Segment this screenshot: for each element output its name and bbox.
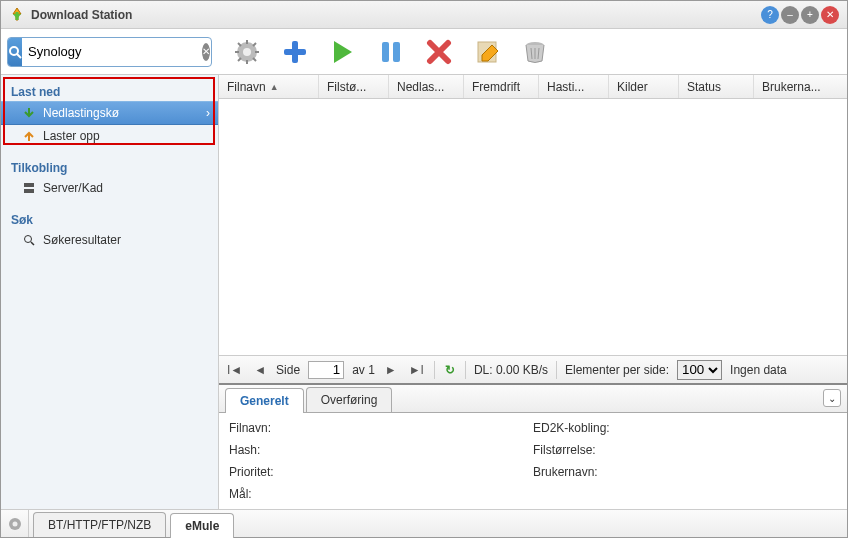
- collapse-details-button[interactable]: ⌄: [823, 389, 841, 407]
- col-username[interactable]: Brukerna...: [754, 75, 847, 98]
- sidebar-item-label: Søkeresultater: [43, 233, 121, 247]
- detail-filesize-label: Filstørrelse:: [533, 443, 837, 457]
- search-results-icon: [23, 234, 37, 246]
- search-box: ✕: [7, 37, 212, 67]
- dl-speed-label: DL: 0.00 KB/s: [474, 363, 548, 377]
- minimize-button[interactable]: –: [781, 6, 799, 24]
- svg-point-3: [243, 48, 251, 56]
- sidebar-item-search-results[interactable]: Søkeresultater: [1, 229, 218, 251]
- main-panel: Filnavn▲ Filstø... Nedlas... Fremdrift H…: [219, 75, 847, 509]
- detail-target-label: Mål:: [229, 487, 533, 501]
- add-button[interactable]: [280, 37, 310, 67]
- svg-point-0: [10, 47, 18, 55]
- highlight-box: [3, 77, 215, 145]
- svg-rect-21: [24, 183, 34, 187]
- clear-completed-button[interactable]: [520, 37, 550, 67]
- sidebar: Last ned Nedlastingskø › Laster opp Tilk…: [1, 75, 219, 509]
- app-window: Download Station ? – + ✕ ✕: [0, 0, 848, 538]
- app-icon: [9, 7, 25, 23]
- details-panel: Generelt Overføring ⌄ Filnavn: ED2K-kobl…: [219, 383, 847, 509]
- svg-rect-15: [393, 42, 400, 62]
- search-input[interactable]: [22, 44, 202, 59]
- pager: I◄ ◄ Side av 1 ► ►I ↻ DL: 0.00 KB/s Elem…: [219, 355, 847, 383]
- pause-button[interactable]: [376, 37, 406, 67]
- search-icon[interactable]: [8, 38, 22, 66]
- sort-asc-icon: ▲: [270, 82, 279, 92]
- clear-search-button[interactable]: ✕: [202, 43, 210, 61]
- col-progress[interactable]: Fremdrift: [464, 75, 539, 98]
- edit-button[interactable]: [472, 37, 502, 67]
- col-filename[interactable]: Filnavn▲: [219, 75, 319, 98]
- footer-tab-bt[interactable]: BT/HTTP/FTP/NZB: [33, 512, 166, 537]
- body-area: Last ned Nedlastingskø › Laster opp Tilk…: [1, 75, 847, 509]
- last-page-button[interactable]: ►I: [407, 363, 426, 377]
- svg-line-9: [253, 58, 256, 61]
- settings-button[interactable]: [232, 37, 262, 67]
- col-downloaded[interactable]: Nedlas...: [389, 75, 464, 98]
- page-of-label: av 1: [352, 363, 375, 377]
- delete-button[interactable]: [424, 37, 454, 67]
- window-buttons: ? – + ✕: [761, 6, 839, 24]
- per-page-select[interactable]: 100: [677, 360, 722, 380]
- detail-priority-label: Prioritet:: [229, 465, 533, 479]
- close-button[interactable]: ✕: [821, 6, 839, 24]
- sidebar-item-label: Server/Kad: [43, 181, 103, 195]
- svg-line-11: [253, 43, 256, 46]
- footer-settings-button[interactable]: [1, 510, 29, 537]
- sidebar-item-server[interactable]: Server/Kad: [1, 177, 218, 199]
- detail-hash-label: Hash:: [229, 443, 533, 457]
- svg-line-24: [31, 242, 34, 245]
- column-headers: Filnavn▲ Filstø... Nedlas... Fremdrift H…: [219, 75, 847, 99]
- col-filesize[interactable]: Filstø...: [319, 75, 389, 98]
- titlebar: Download Station ? – + ✕: [1, 1, 847, 29]
- svg-rect-22: [24, 189, 34, 193]
- details-body: Filnavn: ED2K-kobling: Hash: Filstørrels…: [219, 413, 847, 509]
- svg-rect-13: [284, 49, 306, 55]
- col-sources[interactable]: Kilder: [609, 75, 679, 98]
- sidebar-section-search: Søk: [1, 199, 218, 229]
- footer: BT/HTTP/FTP/NZB eMule: [1, 509, 847, 537]
- col-speed[interactable]: Hasti...: [539, 75, 609, 98]
- tab-general[interactable]: Generelt: [225, 388, 304, 413]
- next-page-button[interactable]: ►: [383, 363, 399, 377]
- svg-point-23: [25, 236, 32, 243]
- tab-transfer[interactable]: Overføring: [306, 387, 393, 412]
- grid-body: [219, 99, 847, 355]
- page-input[interactable]: [308, 361, 344, 379]
- refresh-button[interactable]: ↻: [443, 363, 457, 377]
- svg-line-8: [238, 43, 241, 46]
- svg-point-26: [12, 521, 17, 526]
- svg-line-10: [238, 58, 241, 61]
- help-button[interactable]: ?: [761, 6, 779, 24]
- no-data-label: Ingen data: [730, 363, 787, 377]
- sidebar-section-connection: Tilkobling: [1, 147, 218, 177]
- prev-page-button[interactable]: ◄: [252, 363, 268, 377]
- page-label: Side: [276, 363, 300, 377]
- first-page-button[interactable]: I◄: [225, 363, 244, 377]
- footer-tab-emule[interactable]: eMule: [170, 513, 234, 538]
- toolbar-row: ✕: [1, 29, 847, 75]
- maximize-button[interactable]: +: [801, 6, 819, 24]
- svg-line-1: [17, 54, 21, 58]
- per-page-label: Elementer per side:: [565, 363, 669, 377]
- details-tabs: Generelt Overføring ⌄: [219, 385, 847, 413]
- server-icon: [23, 182, 37, 194]
- window-title: Download Station: [31, 8, 761, 22]
- detail-ed2k-label: ED2K-kobling:: [533, 421, 837, 435]
- start-button[interactable]: [328, 37, 358, 67]
- svg-rect-14: [382, 42, 389, 62]
- col-status[interactable]: Status: [679, 75, 754, 98]
- toolbar: [232, 37, 550, 67]
- detail-filename-label: Filnavn:: [229, 421, 533, 435]
- detail-username-label: Brukernavn:: [533, 465, 837, 479]
